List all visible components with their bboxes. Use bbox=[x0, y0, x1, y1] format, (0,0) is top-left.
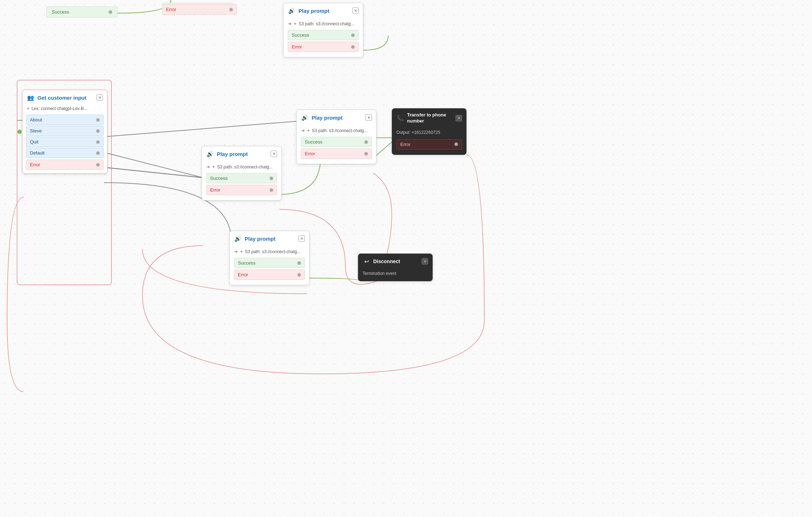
right-connector bbox=[229, 8, 233, 11]
top-error-slot: Error bbox=[162, 4, 237, 15]
node-title: Get customer input bbox=[37, 95, 94, 101]
node-title: Disconnect bbox=[373, 258, 419, 264]
right-connector bbox=[96, 163, 100, 167]
error-label: Error bbox=[30, 162, 40, 167]
disconnect-node: ↩ Disconnect ✕ Termination event bbox=[358, 254, 433, 281]
node-header: 🔊 Play prompt ✕ bbox=[230, 231, 309, 245]
close-button[interactable]: ✕ bbox=[352, 7, 359, 14]
s3-path: S3 path: s3://connect-chatg... bbox=[245, 249, 301, 254]
success-label: Success bbox=[210, 176, 228, 181]
play-prompt-middle-left-node: 🔊 Play prompt ✕ ➜ + S3 path: s3://connec… bbox=[202, 146, 282, 200]
right-connector bbox=[270, 177, 273, 180]
node-header: 🔊 Play prompt ✕ bbox=[283, 3, 363, 17]
about-slot: About bbox=[26, 115, 104, 125]
success-label: Success bbox=[292, 32, 309, 38]
arrow-icon: ➜ bbox=[301, 128, 305, 133]
error-slot: Error bbox=[234, 270, 305, 280]
node-body: ➜ + S3 path: s3://connect-chatg... Succe… bbox=[283, 17, 363, 57]
right-connector bbox=[270, 188, 273, 192]
right-connector bbox=[96, 151, 100, 155]
plus-icon: + bbox=[27, 106, 30, 111]
plus-icon: + bbox=[240, 249, 243, 254]
node-header: ↩ Disconnect ✕ bbox=[358, 254, 432, 268]
close-button[interactable]: ✕ bbox=[456, 115, 462, 121]
node-title: Transfer to phone number bbox=[407, 112, 453, 124]
close-button[interactable]: ✕ bbox=[422, 258, 428, 265]
node-header: 🔊 Play prompt ✕ bbox=[202, 146, 281, 160]
success-slot: Success bbox=[234, 258, 305, 268]
slot-label: About bbox=[30, 117, 42, 122]
right-connector bbox=[351, 33, 355, 37]
right-connector bbox=[96, 129, 100, 133]
node-title: Play prompt bbox=[245, 236, 296, 242]
close-button[interactable]: ✕ bbox=[365, 114, 372, 121]
plus-icon: + bbox=[294, 21, 297, 26]
termination-label: Termination event bbox=[363, 270, 428, 277]
path-row: ➜ + S3 path: s3://connect-chatg... bbox=[234, 247, 305, 256]
right-connector bbox=[351, 45, 355, 49]
node-header: 🔊 Play prompt ✕ bbox=[297, 110, 376, 124]
error-slot: Error bbox=[396, 139, 462, 150]
success-slot: Success bbox=[288, 30, 359, 40]
node-title: Play prompt bbox=[217, 151, 268, 157]
right-connector bbox=[454, 142, 458, 146]
error-label: Error bbox=[210, 187, 220, 193]
plus-icon: + bbox=[307, 128, 310, 133]
path-row: ➜ + S3 path: s3://connect-chatg... bbox=[288, 19, 359, 28]
quit-slot: Quit bbox=[26, 137, 104, 147]
arrow-icon: ➜ bbox=[234, 249, 238, 254]
left-connector bbox=[17, 130, 22, 134]
arrow-icon: ➜ bbox=[288, 21, 292, 26]
slot-label: Steve bbox=[30, 128, 42, 134]
node-body: Output: +16122260725 Error bbox=[392, 127, 466, 155]
arrow-icon: ➜ bbox=[206, 164, 210, 169]
node-body: ➜ + S3 path: s3://connect-chatg... Succe… bbox=[230, 245, 309, 285]
success-label: Success bbox=[238, 260, 255, 266]
node-title: Play prompt bbox=[312, 115, 363, 121]
close-button[interactable]: ✕ bbox=[271, 151, 277, 157]
close-button[interactable]: ✕ bbox=[298, 235, 305, 242]
node-body: Termination event bbox=[358, 268, 432, 281]
speaker-icon: 🔊 bbox=[288, 7, 296, 15]
plus-icon: + bbox=[212, 164, 215, 169]
top-success-node-1: Success bbox=[46, 6, 118, 17]
s3-path: S3 path: s3://connect-chatg... bbox=[299, 21, 354, 26]
success-slot: Success bbox=[206, 173, 277, 183]
error-label: Error bbox=[166, 7, 176, 12]
success-label: Success bbox=[52, 9, 69, 15]
right-connector bbox=[364, 140, 368, 144]
get-customer-input-node: 👥 Get customer input ✕ + Lex: connect-ch… bbox=[22, 90, 108, 174]
steve-slot: Steve bbox=[26, 126, 104, 136]
slot-label: Default bbox=[30, 150, 45, 156]
speaker-icon: 🔊 bbox=[206, 150, 214, 158]
error-label: Error bbox=[292, 44, 302, 49]
error-label: Error bbox=[305, 151, 315, 156]
error-slot: Error bbox=[26, 160, 104, 170]
success-slot: Success bbox=[301, 137, 372, 147]
close-button[interactable]: ✕ bbox=[97, 94, 103, 101]
node-body: ➜ + S3 path: s3://connect-chatg... Succe… bbox=[297, 124, 376, 164]
right-connector bbox=[297, 273, 301, 277]
slot-label: Quit bbox=[30, 139, 38, 145]
play-prompt-middle-right-node: 🔊 Play prompt ✕ ➜ + S3 path: s3://connec… bbox=[296, 110, 376, 164]
transfer-phone-node: 📞 Transfer to phone number ✕ Output: +16… bbox=[392, 108, 467, 155]
disconnect-icon: ↩ bbox=[363, 257, 370, 265]
error-slot: Error bbox=[301, 148, 372, 159]
user-icon: 👥 bbox=[27, 94, 35, 101]
lex-label: Lex: connect-chatgpt-Lex-B... bbox=[32, 106, 88, 111]
play-prompt-top-node: 🔊 Play prompt ✕ ➜ + S3 path: s3://connec… bbox=[283, 3, 363, 57]
node-header: 📞 Transfer to phone number ✕ bbox=[392, 109, 466, 127]
right-connector bbox=[96, 118, 100, 122]
right-connector bbox=[96, 140, 100, 144]
phone-icon: 📞 bbox=[396, 114, 404, 122]
default-slot: Default bbox=[26, 148, 104, 158]
right-connector bbox=[109, 10, 112, 14]
error-label: Error bbox=[238, 272, 248, 277]
speaker-icon: 🔊 bbox=[234, 235, 242, 242]
right-connector bbox=[364, 152, 368, 156]
node-body: ➜ + S3 path: s3://connect-chatg... Succe… bbox=[202, 160, 281, 200]
s3-path: S3 path: s3://connect-chatg... bbox=[312, 128, 368, 133]
s3-path: S3 path: s3://connect-chatg... bbox=[217, 164, 273, 169]
success-label: Success bbox=[305, 139, 322, 145]
play-prompt-bottom-node: 🔊 Play prompt ✕ ➜ + S3 path: s3://connec… bbox=[229, 231, 309, 285]
